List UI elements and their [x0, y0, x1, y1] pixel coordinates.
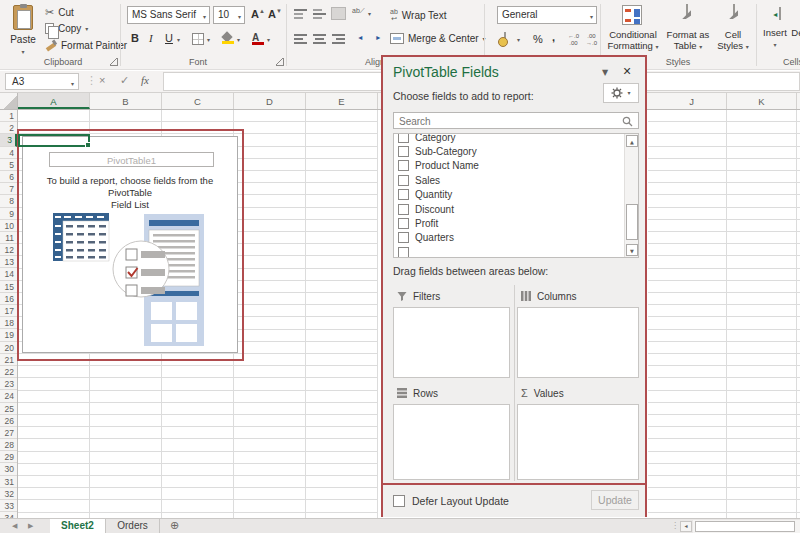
format-as-table-button[interactable]: Format as Table ▾	[664, 29, 712, 51]
merge-center-button[interactable]: Merge & Center ▾	[390, 33, 486, 44]
column-header-j[interactable]: J	[657, 93, 727, 109]
scroll-up-icon[interactable]: ▲	[626, 135, 638, 147]
field-checkbox[interactable]	[398, 232, 409, 243]
clipboard-dialog-launcher-icon[interactable]	[110, 58, 118, 66]
font-dialog-launcher-icon[interactable]	[276, 58, 284, 66]
row-header-28[interactable]: 28	[0, 439, 17, 451]
update-button[interactable]: Update	[591, 490, 639, 510]
filters-drop-area[interactable]	[393, 307, 510, 378]
column-header-d[interactable]: D	[234, 93, 306, 109]
row-header-7[interactable]: 7	[0, 183, 17, 195]
scrollbar-thumb[interactable]	[626, 204, 638, 240]
align-bottom-button[interactable]	[332, 8, 345, 19]
field-item-sub-category[interactable]: Sub-Category	[394, 144, 638, 158]
name-box-dropdown-icon[interactable]: ▾	[71, 80, 74, 87]
underline-button[interactable]: U	[165, 32, 173, 44]
pane-close-icon[interactable]: ×	[623, 63, 631, 79]
hscroll-left-icon[interactable]: ◂	[680, 521, 692, 532]
pane-options-chevron-icon[interactable]: ▼	[602, 68, 608, 77]
copy-dropdown-icon[interactable]: ▾	[85, 26, 88, 32]
scrollbar-separator-icon[interactable]: ⋮	[671, 521, 679, 530]
row-header-26[interactable]: 26	[0, 415, 17, 427]
name-box[interactable]: A3 ▾	[5, 73, 79, 90]
horizontal-scrollbar-thumb[interactable]	[695, 521, 795, 532]
align-left-button[interactable]	[294, 33, 307, 44]
align-middle-button[interactable]	[313, 8, 326, 19]
paste-dropdown-icon[interactable]: ▾	[21, 49, 24, 55]
field-item-quarters[interactable]: Quarters	[394, 231, 638, 245]
pivot-placeholder[interactable]: PivotTable1 To build a report, choose fi…	[22, 136, 238, 353]
underline-dropdown-icon[interactable]: ▾	[177, 37, 180, 43]
align-right-button[interactable]	[332, 33, 345, 44]
grid-right[interactable]	[648, 110, 800, 518]
row-header-16[interactable]: 16	[0, 293, 17, 305]
field-item-sales[interactable]: Sales	[394, 173, 638, 187]
selected-cell-a3[interactable]	[18, 134, 90, 147]
paste-button[interactable]: Paste ▾	[6, 5, 40, 55]
format-painter-button[interactable]: Format Painter	[45, 39, 127, 51]
cell-styles-button[interactable]: Cell Styles ▾	[712, 29, 754, 51]
column-header-k[interactable]: K	[727, 93, 797, 109]
row-header-9[interactable]: 9	[0, 208, 17, 220]
field-checkbox[interactable]	[398, 133, 409, 143]
number-format-dropdown-icon[interactable]: ▾	[590, 13, 593, 20]
field-checkbox[interactable]	[398, 204, 409, 215]
orientation-dropdown-icon[interactable]: ▾	[368, 11, 371, 17]
field-checkbox[interactable]	[398, 247, 409, 258]
delete-button[interactable]: Delete ▾	[787, 27, 800, 49]
row-header-1[interactable]: 1	[0, 110, 17, 122]
column-header-c[interactable]: C	[162, 93, 234, 109]
new-sheet-icon[interactable]: ⊕	[170, 519, 179, 532]
row-header-31[interactable]: 31	[0, 476, 17, 488]
field-checkbox[interactable]	[398, 146, 409, 157]
row-header-25[interactable]: 25	[0, 403, 17, 415]
font-size-dropdown-icon[interactable]: ▾	[238, 13, 241, 20]
row-header-3[interactable]: 3	[0, 134, 17, 146]
field-item-quantity[interactable]: Quantity	[394, 188, 638, 202]
borders-button[interactable]	[192, 33, 204, 45]
row-header-33[interactable]: 33	[0, 500, 17, 512]
font-size-combo[interactable]: 10 ▾	[213, 6, 245, 24]
font-name-dropdown-icon[interactable]: ▾	[203, 13, 206, 20]
conditional-formatting-button[interactable]: Conditional Formatting ▾	[604, 29, 662, 51]
align-center-button[interactable]	[313, 33, 326, 44]
row-header-6[interactable]: 6	[0, 171, 17, 183]
insert-dropdown-icon[interactable]: ▾	[773, 42, 776, 48]
field-item-discount[interactable]: Discount	[394, 202, 638, 216]
search-input[interactable]: Search	[393, 112, 639, 129]
field-checkbox[interactable]	[398, 160, 409, 171]
field-list-scrollbar[interactable]: ▲ ▼	[624, 134, 638, 257]
defer-layout-checkbox[interactable]	[393, 495, 405, 507]
field-checkbox[interactable]	[398, 175, 409, 186]
align-top-button[interactable]	[294, 8, 307, 19]
tab-scroll-right-icon[interactable]: ▶	[28, 522, 33, 530]
insert-function-button[interactable]: fx	[141, 74, 149, 86]
comma-style-button[interactable]: ,	[552, 31, 555, 43]
font-color-dropdown-icon[interactable]: ▾	[267, 37, 270, 43]
row-header-23[interactable]: 23	[0, 378, 17, 390]
sheet-tab-orders[interactable]: Orders	[106, 519, 160, 533]
sheet-tab-sheet2[interactable]: Sheet2	[50, 519, 106, 533]
percent-style-button[interactable]: %	[533, 33, 543, 45]
cut-button[interactable]: ✂ Cut	[45, 7, 74, 18]
field-item-category[interactable]: Category	[394, 133, 638, 144]
row-header-17[interactable]: 17	[0, 305, 17, 317]
decrease-font-size-button[interactable]: A▼	[268, 8, 282, 20]
font-color-button[interactable]: A	[252, 32, 259, 43]
row-header-8[interactable]: 8	[0, 195, 17, 207]
row-header-24[interactable]: 24	[0, 390, 17, 402]
format-as-table-dropdown-icon[interactable]: ▾	[699, 44, 702, 50]
row-header-32[interactable]: 32	[0, 488, 17, 500]
field-checkbox[interactable]	[398, 189, 409, 200]
row-header-4[interactable]: 4	[0, 147, 17, 159]
italic-button[interactable]: I	[149, 32, 153, 44]
columns-drop-area[interactable]	[517, 307, 639, 378]
column-header-e[interactable]: E	[306, 93, 378, 109]
select-all-corner[interactable]	[0, 93, 18, 109]
scroll-down-icon[interactable]: ▼	[626, 244, 638, 256]
row-header-10[interactable]: 10	[0, 220, 17, 232]
row-header-14[interactable]: 14	[0, 268, 17, 280]
row-header-13[interactable]: 13	[0, 256, 17, 268]
row-header-12[interactable]: 12	[0, 244, 17, 256]
row-header-20[interactable]: 20	[0, 342, 17, 354]
